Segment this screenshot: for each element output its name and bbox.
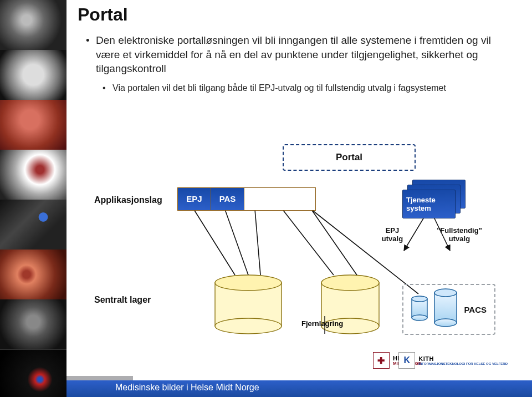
svg-rect-0 [215, 283, 282, 326]
cell-epj: EPJ [178, 188, 211, 210]
cell-pas: PAS [211, 188, 244, 210]
thumb-image [0, 50, 66, 100]
cylinder-main [215, 275, 282, 334]
svg-line-16 [311, 210, 357, 275]
svg-line-13 [225, 210, 248, 275]
tjeneste-l1: Tjeneste [406, 196, 452, 204]
thumb-image [0, 100, 66, 150]
svg-point-5 [321, 275, 379, 291]
slide: Portal Den elektroniske portalløsningen … [0, 0, 532, 397]
portal-box: Portal [283, 144, 416, 171]
svg-point-2 [215, 275, 282, 291]
label-applikasjonslag: Applikasjonslag [94, 195, 162, 205]
architecture-diagram: Portal Applikasjonslag EPJ PAS Tjeneste … [94, 144, 504, 349]
thumb-image [0, 150, 66, 200]
thumb-image [0, 0, 66, 50]
label-pacs: PACS [464, 305, 487, 314]
svg-line-17 [311, 210, 418, 294]
arrow-label-epj: EPJ utvalg [376, 226, 409, 243]
body-text: Den elektroniske portalløsningen vil bli… [86, 33, 507, 94]
epj-pas-row: EPJ PAS [177, 187, 316, 211]
svg-line-12 [194, 210, 235, 275]
pacs-group: PACS [402, 284, 495, 335]
logo-mark-icon: ✚ [373, 352, 390, 369]
thumb-image [0, 250, 66, 299]
footer-text: Medisinske bilder i Helse Midt Norge [115, 383, 259, 393]
logo-kith: K KITH INFORMASJONSTEKNOLOGI FOR HELSE O… [398, 350, 508, 370]
logo-mark-icon: K [398, 352, 415, 369]
slide-title: Portal [78, 4, 128, 25]
arrow-label-fullstendig: "Fullstendig" utvalg [434, 226, 484, 243]
footer-bar: Medisinske bilder i Helse Midt Norge [0, 373, 532, 397]
svg-point-1 [215, 318, 282, 334]
tjeneste-box-front: Tjeneste system [402, 190, 456, 218]
svg-line-14 [255, 210, 260, 275]
label-fjernlagring: Fjernlagring [301, 319, 343, 328]
svg-line-15 [283, 210, 334, 275]
thumb-image [0, 200, 66, 250]
thumb-image [0, 299, 66, 349]
left-thumbnail-strip [0, 0, 66, 397]
cell-blank [244, 188, 315, 210]
label-sentralt-lager: Sentralt lager [94, 295, 151, 305]
bullet-sub: Via portalen vil det bli tilgang både ti… [86, 83, 507, 94]
bullet-main: Den elektroniske portalløsningen vil bli… [86, 33, 507, 76]
footer-grey-accent [66, 376, 133, 380]
tjeneste-l2: system [406, 204, 452, 212]
